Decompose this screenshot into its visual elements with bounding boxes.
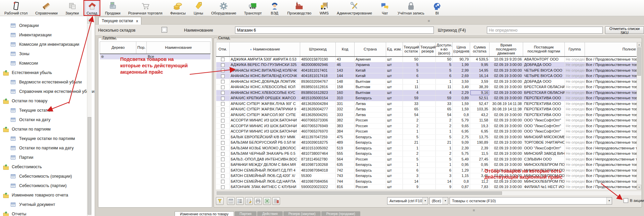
stock-column-header-group[interactable]: Группа [565, 42, 585, 57]
toolbar-item-chat[interactable]: Чат [378, 0, 392, 16]
cell-code[interactable]: 816 [336, 184, 355, 190]
cell-sum[interactable]: 7,83 [470, 184, 490, 190]
toolbar-item-production[interactable]: Производство [286, 0, 313, 16]
toolbar-item-desktop[interactable]: Рабочий стол [3, 0, 29, 16]
toolbar-item-account[interactable]: Учётная запись [396, 0, 426, 16]
cell-unit[interactable]: шт [386, 101, 403, 107]
cell-time[interactable]: 30.08.19 14:11:38 [490, 101, 523, 107]
cell-sum[interactable]: 27,45 [470, 156, 490, 162]
cell-country[interactable]: Армения [355, 57, 386, 62]
cell-sum[interactable]: 13,75 [470, 134, 490, 140]
cell-sum[interactable]: 6,95 [470, 129, 490, 135]
stock-column-header-mark[interactable]: Отм. [216, 42, 230, 57]
bottom-tab[interactable]: Резерв (продажи) [321, 211, 360, 216]
cell-unit[interactable]: шт [386, 73, 403, 79]
cell-mark[interactable] [216, 151, 230, 157]
cell-time[interactable]: 02.09.19 3:00:00 [490, 151, 523, 157]
scroll-down-icon[interactable]: ▼ [637, 185, 641, 189]
cell-barcode[interactable]: 4810987084018 [300, 168, 336, 173]
cell-name[interactable]: АРАХИС СУПЕР! ЖАР.ВК.ЛУКА 90Г С [230, 101, 300, 107]
cell-country[interactable]: Беларусь [355, 168, 386, 173]
cell-time[interactable]: 02.09.19 3:00:00 [490, 96, 523, 101]
cell-mark[interactable] [216, 107, 230, 112]
table-edit-button[interactable] [245, 197, 253, 205]
stock-column-header-supplier[interactable]: Поставщик последней партии [523, 42, 565, 57]
cell-group[interactable]: Не определено [565, 101, 585, 107]
cell-avail[interactable]: 1 [436, 79, 453, 84]
cell-unit[interactable]: шт [386, 79, 403, 84]
cell-reserve[interactable] [420, 62, 436, 68]
cell-sum[interactable]: 190,89 [470, 140, 490, 146]
cell-unit[interactable]: шт [386, 112, 403, 118]
cell-country[interactable]: Литва [355, 101, 386, 107]
cell-code[interactable]: 475 [336, 134, 355, 140]
cell-country[interactable]: Россия [355, 118, 386, 123]
cell-barcode[interactable]: 4810039018275 [300, 140, 336, 146]
cell-group[interactable]: Не определено [565, 68, 585, 73]
cell-unit[interactable]: шт [386, 179, 403, 184]
cell-group[interactable]: Не определено [565, 118, 585, 123]
chevron-down-icon[interactable]: ▼ [606, 197, 612, 204]
active-filter-combo[interactable]: Активный (ctrl F10) ▼ [387, 197, 428, 205]
cell-avail[interactable]: 50 [436, 57, 453, 62]
export-excel-button[interactable] [263, 197, 271, 205]
cell-time[interactable]: 02.09.19 3:00:00 [490, 134, 523, 140]
table-row[interactable]: АРАХИС СУПЕР! ЖАР.ВК.ЛУКА 90Г С481363500… [216, 101, 637, 107]
cell-reserve[interactable] [420, 73, 436, 79]
sidebar-item[interactable]: Ведомости естественной убыли [10, 77, 82, 87]
filter-button[interactable] [216, 197, 224, 205]
cell-group[interactable]: Не определено [565, 96, 585, 101]
cell-barcode[interactable]: 4041811017418 [300, 73, 336, 79]
row-checkbox[interactable] [221, 180, 225, 183]
cell-unit[interactable]: шт [386, 156, 403, 162]
stock-column-header-price[interactable]: Цена (среднев. [453, 42, 470, 57]
cell-code[interactable]: 384 [336, 129, 355, 135]
cell-supplier[interactable]: МИНСКХЛЕБПРОМ ПО Х [523, 173, 565, 179]
cell-sum[interactable]: 11,58 [470, 118, 490, 123]
cell-sum[interactable]: 3,59 [470, 79, 490, 84]
cell-stock[interactable]: 1 [403, 129, 420, 135]
cell-full[interactable]: Все / Продовольственные товары [585, 57, 637, 62]
cell-country[interactable]: Беларусь [355, 173, 386, 179]
cell-unit[interactable]: шт [386, 145, 403, 151]
cell-full[interactable]: Все / Продовольственные товары [585, 68, 637, 73]
cell-country[interactable]: Беларусь [355, 151, 386, 157]
toolbar-item-directories[interactable]: Справочники [34, 0, 59, 16]
table-row[interactable]: БАЛЬЗАМ ЧЕРНЫЙ ЗНАХАРЬ РБ 0.548107380074… [216, 151, 637, 157]
cell-code[interactable]: 635 [336, 162, 355, 168]
cell-group[interactable]: Не определено [565, 123, 585, 129]
toolbar-item-finance[interactable]: Финансы [169, 0, 187, 16]
stock-column-header-avail[interactable]: Доступн. к-во (всего) [436, 42, 453, 57]
sidebar-item[interactable]: Справочник норм естественной убыли [10, 87, 94, 96]
cell-time[interactable]: 02.09.19 3:00:00 [490, 173, 523, 179]
cell-country[interactable]: Литва [355, 112, 386, 118]
cell-barcode[interactable]: 4813635004284 [300, 101, 336, 107]
row-checkbox[interactable] [221, 141, 225, 145]
cell-unit[interactable]: шт [386, 162, 403, 168]
cell-full[interactable]: Все / Продовольственные товары [585, 112, 637, 118]
cell-avail[interactable]: 2 [436, 123, 453, 129]
cell-time[interactable]: 02.09.19 3:00:00 [490, 118, 523, 123]
sidebar-item[interactable]: Комиссии [10, 59, 38, 68]
cell-stock[interactable]: 5 [403, 68, 420, 73]
table-row[interactable]: БАЛЫК ЕВРОПЕЙСКИЙ К/В В/У ММК48113970472… [216, 134, 637, 140]
groups-row[interactable]: ⊕Все [100, 54, 211, 60]
cell-name[interactable]: БАЛЬЗАМ БЕЛОРУССКИЙ РБ 0.5Л М [230, 140, 300, 146]
sidebar-item[interactable]: Партии [10, 153, 33, 162]
row-checkbox[interactable] [221, 146, 225, 150]
cell-country[interactable]: Китай [355, 68, 386, 73]
row-checkbox[interactable] [221, 102, 225, 106]
cell-stock[interactable]: 6 [403, 73, 420, 79]
cell-mark[interactable] [216, 179, 230, 184]
cell-avail[interactable]: 6 [436, 168, 453, 173]
cell-time[interactable]: 02.09.19 3:00:00 [490, 162, 523, 168]
cell-group[interactable]: Не определено [565, 107, 585, 112]
cell-full[interactable]: Все / Продовольственные товары [585, 118, 637, 123]
cell-name[interactable]: АРАХИС КРЕПКИЙ ОРЕШЕК ЖАР.СО [230, 96, 300, 101]
cell-name[interactable]: АССОРТИ МИНИС ИЗ ШОК.БАТОНЧИ [230, 129, 300, 135]
cell-stock[interactable]: 21 [403, 140, 420, 146]
table-row[interactable]: АДЖИКА ВЕРЕС ПО-ГРУЗИНСКИ 32548200080929… [216, 62, 637, 68]
cell-name[interactable]: АДЖИКА ВЕРЕС ПО-ГРУЗИНСКИ 325 [230, 62, 300, 68]
stock-column-header-reserve[interactable]: Текущий резерв [420, 42, 436, 57]
cell-group[interactable]: Не определено [565, 129, 585, 135]
